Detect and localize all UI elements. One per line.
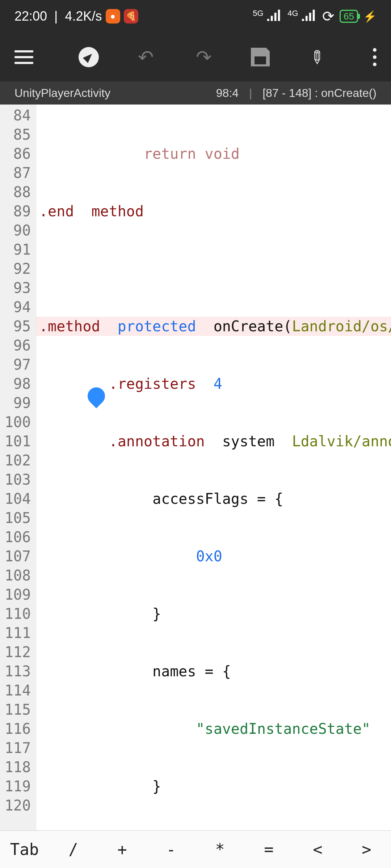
undo-button[interactable]: ↶ [135, 46, 157, 68]
line-number: 113 [0, 662, 31, 681]
line-number: 98 [0, 374, 31, 393]
key-minus[interactable]: - [147, 840, 196, 859]
line-number: 85 [0, 125, 31, 144]
code-line: 0x0 [36, 547, 391, 566]
line-number: 84 [0, 106, 31, 125]
line-number: 99 [0, 393, 31, 413]
line-number: 111 [0, 624, 31, 643]
code-line: .annotation system Ldalvik/annotation/Me… [36, 432, 391, 451]
line-number: 117 [0, 739, 31, 758]
code-area[interactable]: return void .end method .method protecte… [36, 105, 391, 830]
network-5g: 5G [253, 9, 282, 24]
line-number: 103 [0, 470, 31, 489]
line-number: 89 [0, 202, 31, 221]
cursor-position: 98:4 [216, 86, 239, 99]
battery-level: 65 [340, 10, 358, 23]
app-icon: 🍕 [124, 9, 138, 24]
code-line: .method protected onCreate(Landroid/os/B… [36, 317, 391, 336]
code-line: } [36, 604, 391, 624]
key-slash[interactable]: / [49, 840, 98, 859]
code-line: names = { [36, 662, 391, 681]
sync-icon: ⟳ [322, 8, 335, 25]
code-line [36, 259, 391, 278]
line-number: 97 [0, 355, 31, 374]
line-number: 90 [0, 221, 31, 240]
line-number: 120 [0, 796, 31, 815]
line-number: 114 [0, 681, 31, 700]
sep: | [51, 9, 61, 24]
edit-button[interactable]: ✎ [302, 42, 332, 72]
line-number: 115 [0, 700, 31, 719]
method-range: [87 - 148] : onCreate() [262, 86, 377, 99]
status-bar: 22:00 | 4.2K/s ● 🍕 5G 4G ⟳ 65 ⚡ [0, 0, 391, 33]
line-number: 87 [0, 163, 31, 183]
line-number: 106 [0, 528, 31, 547]
line-number: 119 [0, 777, 31, 796]
line-number: 108 [0, 566, 31, 585]
key-plus[interactable]: + [98, 840, 147, 859]
screen-record-icon: ● [106, 9, 120, 24]
overflow-menu-button[interactable] [373, 48, 377, 66]
line-gutter: 8485868788899091929394959697989910010110… [0, 105, 36, 830]
breadcrumb: UnityPlayerActivity 98:4 | [87 - 148] : … [0, 81, 391, 105]
line-number: 102 [0, 451, 31, 470]
menu-button[interactable] [14, 50, 33, 64]
line-number: 107 [0, 547, 31, 566]
key-eq[interactable]: = [244, 840, 293, 859]
charging-icon: ⚡ [363, 10, 377, 23]
code-editor[interactable]: 8485868788899091929394959697989910010110… [0, 105, 391, 830]
code-line: accessFlags = { [36, 489, 391, 509]
line-number: 104 [0, 489, 31, 509]
line-number: 116 [0, 719, 31, 739]
network-4g: 4G [287, 9, 317, 24]
file-name[interactable]: UnityPlayerActivity [14, 86, 110, 100]
code-line: .end method [39, 203, 144, 220]
line-number: 88 [0, 183, 31, 202]
symbol-keys-row: Tab / + - * = < > [0, 830, 391, 868]
line-number: 110 [0, 604, 31, 624]
net-speed: 4.2K/s [65, 9, 102, 24]
key-lt[interactable]: < [293, 840, 342, 859]
line-number: 109 [0, 585, 31, 604]
code-line: "savedInstanceState" [36, 719, 391, 739]
navigate-button[interactable] [79, 47, 99, 67]
status-right: 5G 4G ⟳ 65 ⚡ [253, 8, 377, 25]
redo-button[interactable]: ↷ [193, 46, 215, 68]
line-number: 86 [0, 144, 31, 163]
code-line: return void [39, 145, 240, 162]
key-tab[interactable]: Tab [0, 840, 49, 859]
line-number: 94 [0, 298, 31, 317]
line-number: 101 [0, 432, 31, 451]
key-star[interactable]: * [196, 840, 244, 859]
save-button[interactable] [251, 48, 270, 67]
line-number: 92 [0, 259, 31, 278]
line-number: 105 [0, 509, 31, 528]
clock: 22:00 [14, 9, 47, 24]
code-line: } [36, 777, 391, 796]
line-number: 100 [0, 413, 31, 432]
toolbar: ↶ ↷ ✎ [0, 33, 391, 81]
line-number: 96 [0, 336, 31, 355]
line-number: 118 [0, 758, 31, 777]
status-left: 22:00 | 4.2K/s ● 🍕 [14, 9, 138, 24]
key-gt[interactable]: > [342, 840, 391, 859]
line-number: 95 [0, 317, 31, 336]
line-number: 91 [0, 240, 31, 259]
line-number: 93 [0, 278, 31, 298]
line-number: 112 [0, 643, 31, 662]
